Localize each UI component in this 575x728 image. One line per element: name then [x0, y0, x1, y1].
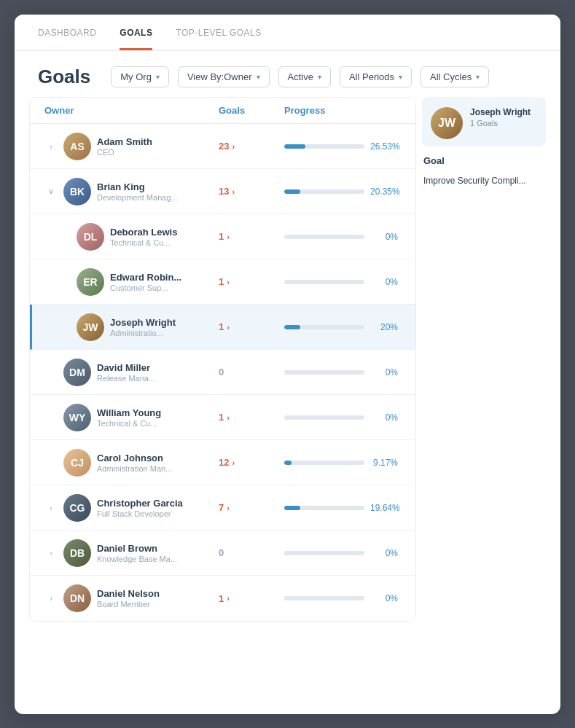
- table-row[interactable]: DL Deborah Lewis Technical & Cu... 1 › 0…: [30, 214, 415, 259]
- tab-goals[interactable]: GOALS: [120, 15, 152, 50]
- tab-top-level-goals[interactable]: TOP-LEVEL GOALS: [176, 15, 261, 50]
- progress-cell: 0%: [284, 367, 401, 377]
- progress-percent: 26.53%: [370, 141, 400, 152]
- owner-cell: › DB Daniel Brown Knowledge Base Ma...: [44, 539, 219, 567]
- filter-active[interactable]: Active ▾: [278, 66, 331, 87]
- user-card[interactable]: JW Joseph Wright 1 Goals: [422, 97, 546, 146]
- progress-bar: [284, 596, 364, 600]
- owner-cell: › DN Daniel Nelson Board Member: [44, 584, 219, 612]
- expand-button[interactable]: ›: [44, 592, 58, 605]
- progress-fill: [284, 461, 292, 465]
- filter-view-by-owner[interactable]: View By:Owner ▾: [178, 66, 270, 87]
- filter-all-cycles[interactable]: All Cycles ▾: [421, 66, 489, 87]
- table-row[interactable]: ∨ BK Brian King Development Manag... 13 …: [30, 169, 415, 214]
- progress-bar: [284, 235, 364, 239]
- owner-cell: CJ Carol Johnson Administration Man...: [44, 449, 219, 477]
- table-row[interactable]: DM David Miller Release Mana... 0 0%: [30, 350, 415, 395]
- avatar: DB: [63, 539, 91, 567]
- progress-bar: [284, 506, 364, 510]
- progress-percent: 20.35%: [370, 187, 400, 197]
- goals-arrow-icon: ›: [232, 458, 235, 467]
- owner-name: Daniel Nelson: [97, 588, 160, 599]
- goals-cell: 1 ›: [219, 593, 284, 604]
- goals-cell: 1 ›: [219, 321, 284, 332]
- progress-percent: 0%: [370, 412, 398, 423]
- expand-button[interactable]: ›: [44, 547, 58, 560]
- table-row[interactable]: CJ Carol Johnson Administration Man... 1…: [30, 440, 415, 485]
- expand-button[interactable]: ∨: [44, 185, 58, 198]
- owner-cell: DL Deborah Lewis Technical & Cu...: [44, 223, 219, 251]
- owner-role: Technical & Cu...: [97, 419, 161, 428]
- table-row[interactable]: WY William Young Technical & Cu... 1 › 0…: [30, 395, 415, 440]
- goals-table: Owner Goals Progress › AS Adam Smith CEO: [29, 97, 416, 622]
- owner-info: Deborah Lewis Technical & Cu...: [110, 227, 177, 247]
- owner-info: Daniel Nelson Board Member: [97, 588, 160, 608]
- main-card: DASHBOARD GOALS TOP-LEVEL GOALS Goals My…: [15, 15, 560, 714]
- avatar: JW: [77, 313, 104, 341]
- owner-role: Full Stack Developer: [97, 509, 183, 518]
- progress-percent: 0%: [370, 232, 398, 242]
- avatar: ER: [77, 268, 104, 296]
- progress-cell: 0%: [284, 593, 401, 603]
- goals-arrow-icon: ›: [227, 278, 230, 286]
- avatar: CG: [63, 494, 91, 522]
- avatar: DN: [63, 584, 91, 612]
- owner-role: Administratio...: [110, 329, 176, 337]
- progress-percent: 19.64%: [370, 503, 400, 513]
- owner-name: Adam Smith: [97, 136, 152, 147]
- goals-arrow-icon: ›: [227, 232, 230, 241]
- goals-cell: 1 ›: [219, 412, 284, 423]
- progress-bar: [284, 325, 364, 329]
- progress-cell: 0%: [284, 277, 401, 287]
- owner-role: Technical & Cu...: [110, 238, 177, 247]
- owner-info: Carol Johnson Administration Man...: [97, 453, 172, 473]
- owner-name: Edward Robin...: [110, 272, 181, 283]
- table-row[interactable]: JW Joseph Wright Administratio... 1 › 20…: [30, 305, 415, 350]
- owner-name: Joseph Wright: [110, 317, 176, 328]
- progress-cell: 19.64%: [284, 503, 401, 513]
- owner-role: Board Member: [97, 600, 160, 608]
- owner-info: David Miller Release Mana...: [97, 362, 155, 383]
- progress-cell: 9.17%: [284, 458, 401, 468]
- progress-cell: 26.53%: [284, 141, 401, 152]
- filter-all-periods[interactable]: All Periods ▾: [340, 66, 412, 87]
- goals-arrow-icon: ›: [227, 323, 230, 332]
- table-row[interactable]: › CG Christopher Garcia Full Stack Devel…: [30, 485, 415, 531]
- table-row[interactable]: › DN Daniel Nelson Board Member 1 ›: [30, 576, 415, 621]
- tab-bar: DASHBOARD GOALS TOP-LEVEL GOALS: [15, 15, 560, 51]
- owner-role: CEO: [97, 148, 152, 157]
- owner-cell: DM David Miller Release Mana...: [44, 359, 219, 386]
- owner-info: Joseph Wright Administratio...: [110, 317, 176, 337]
- goals-cell: 1 ›: [219, 231, 284, 242]
- expand-button[interactable]: ›: [44, 140, 58, 153]
- owner-cell: JW Joseph Wright Administratio...: [47, 313, 219, 341]
- owner-cell: › AS Adam Smith CEO: [44, 133, 219, 160]
- expand-button[interactable]: ›: [44, 501, 58, 514]
- progress-percent: 0%: [370, 548, 398, 558]
- user-card-goals: 1 Goals: [470, 119, 531, 128]
- owner-name: Brian King: [97, 181, 178, 192]
- col-progress: Progress: [284, 105, 401, 116]
- table-row[interactable]: › DB Daniel Brown Knowledge Base Ma... 0: [30, 531, 415, 576]
- avatar: WY: [63, 404, 91, 431]
- filter-my-org[interactable]: My Org ▾: [111, 66, 169, 87]
- table-row[interactable]: › AS Adam Smith CEO 23 ›: [30, 124, 415, 169]
- progress-percent: 0%: [370, 593, 398, 603]
- avatar: DM: [63, 359, 91, 386]
- owner-role: Development Manag...: [97, 193, 178, 202]
- user-card-info: Joseph Wright 1 Goals: [470, 107, 531, 128]
- progress-bar: [284, 415, 364, 420]
- chevron-down-icon: ▾: [318, 73, 321, 81]
- progress-percent: 0%: [370, 367, 398, 377]
- progress-cell: 0%: [284, 412, 401, 423]
- tab-dashboard[interactable]: DASHBOARD: [38, 15, 96, 50]
- owner-cell: › CG Christopher Garcia Full Stack Devel…: [44, 494, 219, 522]
- progress-bar: [284, 189, 364, 194]
- page-header: Goals My Org ▾ View By:Owner ▾ Active ▾ …: [15, 51, 560, 97]
- table-row[interactable]: ER Edward Robin... Customer Sup... 1 › 0…: [30, 259, 415, 305]
- owner-info: Edward Robin... Customer Sup...: [110, 272, 181, 292]
- goals-arrow-icon: ›: [232, 142, 235, 151]
- progress-fill: [284, 144, 305, 149]
- owner-role: Administration Man...: [97, 464, 172, 473]
- goals-cell: 1 ›: [219, 276, 284, 287]
